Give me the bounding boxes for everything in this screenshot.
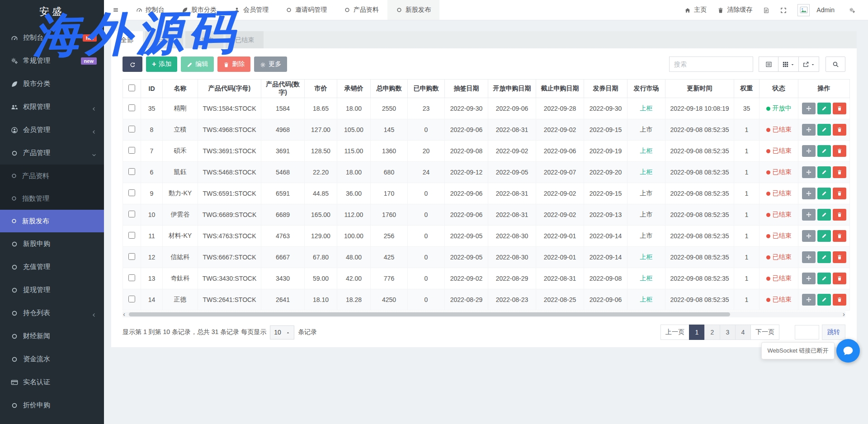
delete-row-button[interactable]: [833, 188, 846, 199]
delete-row-button[interactable]: [833, 209, 846, 221]
more-button[interactable]: 更多: [254, 57, 287, 72]
edit-row-button[interactable]: [817, 145, 831, 157]
search-input[interactable]: [669, 57, 753, 72]
page-button-1[interactable]: 1: [689, 325, 705, 340]
select-all-checkbox[interactable]: [128, 85, 135, 91]
columns-button[interactable]: [778, 57, 799, 72]
move-row-button[interactable]: [802, 103, 816, 114]
sidebar-item-index-mgmt[interactable]: 指数管理: [0, 187, 104, 210]
move-row-button[interactable]: [802, 251, 816, 263]
sidebar-item-finance-news[interactable]: 财经新闻: [0, 325, 104, 348]
move-row-button[interactable]: [802, 145, 816, 157]
row-checkbox[interactable]: [128, 274, 135, 281]
horizontal-scrollbar[interactable]: ‹ ›: [123, 311, 845, 317]
edit-button[interactable]: 编辑: [181, 57, 214, 72]
filter-tab-not-started[interactable]: 未开始: [145, 31, 183, 48]
move-row-button[interactable]: [802, 124, 816, 136]
row-checkbox[interactable]: [128, 168, 135, 175]
row-checkbox[interactable]: [128, 147, 135, 154]
row-checkbox[interactable]: [128, 296, 135, 302]
per-page-select[interactable]: 10: [270, 325, 294, 339]
sidebar-item-discount-apply[interactable]: 折价申购: [0, 394, 104, 417]
sidebar-item-market-category[interactable]: 股市分类: [0, 72, 104, 95]
detail-view-button[interactable]: [759, 57, 778, 72]
delete-button[interactable]: 删除: [217, 57, 250, 72]
language-button[interactable]: [758, 6, 775, 14]
next-page-button[interactable]: 下一页: [750, 325, 779, 340]
market-label[interactable]: 上柜: [640, 274, 653, 282]
sidebar-item-new-stock-apply[interactable]: 新股申购: [0, 232, 104, 255]
nav-tab-market-category[interactable]: 股市分类: [173, 0, 225, 20]
edit-row-button[interactable]: [817, 124, 831, 136]
market-label[interactable]: 上柜: [640, 253, 653, 260]
row-checkbox[interactable]: [128, 104, 135, 111]
sidebar-item-real-name[interactable]: 实名认证: [0, 371, 104, 394]
user-menu[interactable]: Admin: [792, 4, 844, 16]
edit-row-button[interactable]: [817, 294, 831, 306]
fullscreen-button[interactable]: [775, 6, 792, 14]
refresh-button[interactable]: [123, 57, 142, 72]
scrollbar-thumb[interactable]: [129, 312, 730, 316]
sidebar-item-product-info[interactable]: 产品资料: [0, 165, 104, 187]
page-button-2[interactable]: 2: [704, 325, 720, 340]
home-button[interactable]: 主页: [679, 6, 712, 14]
edit-row-button[interactable]: [817, 273, 831, 284]
delete-row-button[interactable]: [833, 166, 846, 178]
nav-tab-members[interactable]: 会员管理: [225, 0, 277, 20]
sidebar-item-products[interactable]: 产品管理: [0, 141, 104, 165]
nav-tab-menu[interactable]: [104, 0, 127, 20]
move-row-button[interactable]: [802, 209, 816, 221]
edit-row-button[interactable]: [817, 209, 831, 221]
delete-row-button[interactable]: [833, 103, 846, 114]
search-button[interactable]: [826, 57, 845, 72]
sidebar-item-dashboard[interactable]: 控制台hot: [0, 26, 104, 49]
delete-row-button[interactable]: [833, 273, 846, 284]
market-label[interactable]: 上柜: [640, 168, 653, 175]
jump-button[interactable]: 跳转: [822, 325, 845, 340]
scroll-right-arrow[interactable]: ›: [843, 310, 845, 318]
sidebar-item-new-stock-publish[interactable]: 新股发布: [0, 210, 104, 232]
row-checkbox[interactable]: [128, 232, 135, 239]
nav-tab-dashboard[interactable]: 控制台: [127, 0, 173, 20]
export-button[interactable]: [798, 57, 819, 72]
row-checkbox[interactable]: [128, 211, 135, 217]
settings-button[interactable]: [844, 6, 861, 14]
move-row-button[interactable]: [802, 294, 816, 306]
filter-tab-ended[interactable]: 已结束: [226, 31, 264, 48]
clear-cache-button[interactable]: 清除缓存: [712, 6, 758, 14]
delete-row-button[interactable]: [833, 294, 846, 306]
row-checkbox[interactable]: [128, 253, 135, 260]
sidebar-item-members[interactable]: 会员管理: [0, 118, 104, 141]
nav-tab-invite-codes[interactable]: 邀请码管理: [277, 0, 335, 20]
delete-row-button[interactable]: [833, 145, 846, 157]
sidebar-item-recharge[interactable]: 充值管理: [0, 255, 104, 278]
delete-row-button[interactable]: [833, 124, 846, 136]
market-label[interactable]: 上柜: [640, 104, 653, 112]
delete-row-button[interactable]: [833, 251, 846, 263]
sidebar-item-fund-flow[interactable]: 资金流水: [0, 348, 104, 371]
sidebar-item-permissions[interactable]: 权限管理: [0, 95, 104, 118]
row-checkbox[interactable]: [128, 126, 135, 132]
move-row-button[interactable]: [802, 188, 816, 199]
filter-tab-all[interactable]: 全部: [111, 31, 143, 48]
chat-widget-button[interactable]: [836, 339, 860, 363]
edit-row-button[interactable]: [817, 188, 831, 199]
move-row-button[interactable]: [802, 273, 816, 284]
filter-tab-open[interactable]: 开放中: [185, 31, 223, 48]
page-button-4[interactable]: 4: [735, 325, 751, 340]
nav-tab-new-stock-publish[interactable]: 新股发布: [387, 0, 439, 20]
prev-page-button[interactable]: 上一页: [660, 325, 689, 340]
sidebar-item-positions[interactable]: 持仓列表: [0, 302, 104, 325]
jump-page-input[interactable]: [795, 325, 819, 339]
page-button-3[interactable]: 3: [720, 325, 736, 340]
edit-row-button[interactable]: [817, 103, 831, 114]
edit-row-button[interactable]: [817, 251, 831, 263]
row-checkbox[interactable]: [128, 189, 135, 196]
nav-tab-product-info[interactable]: 产品资料: [335, 0, 387, 20]
edit-row-button[interactable]: [817, 166, 831, 178]
move-row-button[interactable]: [802, 166, 816, 178]
market-label[interactable]: 上柜: [640, 296, 653, 303]
sidebar-item-general[interactable]: 常规管理new: [0, 49, 104, 72]
scroll-left-arrow[interactable]: ‹: [123, 310, 125, 318]
move-row-button[interactable]: [802, 230, 816, 242]
